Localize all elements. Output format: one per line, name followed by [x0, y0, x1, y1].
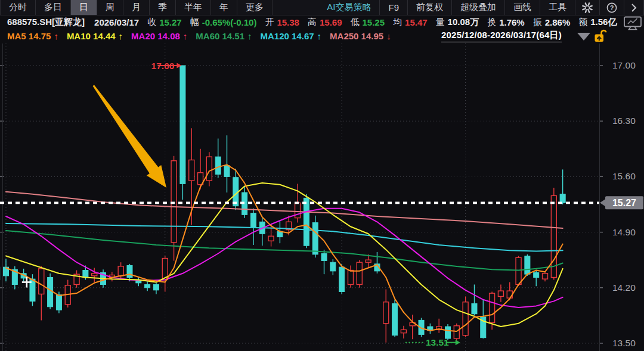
candle[interactable]: [145, 281, 150, 291]
candle[interactable]: [401, 326, 406, 338]
candlestick-chart[interactable]: 15.2717.0016.3015.6014.9014.2013.5017.00…: [0, 44, 644, 351]
candle[interactable]: [259, 218, 265, 246]
ma-label: MA250 14.95: [330, 31, 383, 41]
candle[interactable]: [180, 66, 185, 200]
svg-text:14.20: 14.20: [612, 282, 636, 293]
candle[interactable]: [12, 266, 17, 290]
gridlines: [0, 44, 603, 351]
ma-readouts: MA5 14.75↑MA10 14.44↑MA20 14.08↑MA60 14.…: [7, 29, 400, 44]
tool-F9[interactable]: F9: [380, 0, 408, 15]
candle[interactable]: [92, 268, 97, 282]
tab-period-日[interactable]: 日: [71, 0, 97, 15]
candle[interactable]: [463, 296, 468, 337]
candle[interactable]: [366, 254, 371, 268]
date-range-wrap: 2025/12/08-2026/03/17(64日): [441, 29, 562, 44]
quote-field-label: 开: [265, 17, 274, 28]
quote-field-value: 1.76%: [499, 17, 525, 27]
candle[interactable]: [127, 264, 132, 281]
candle[interactable]: [339, 264, 345, 294]
arrow-down-icon: ↓: [386, 31, 391, 41]
quote-field-label: 振: [533, 17, 542, 28]
high-price-annotation: 17.00: [151, 61, 182, 71]
candle[interactable]: [153, 283, 159, 294]
candle[interactable]: [454, 324, 459, 342]
date-range[interactable]: 2025/12/08-2026/03/17(64日): [441, 30, 562, 42]
quote-field-value: -0.65%(-0.10): [202, 17, 257, 27]
candle[interactable]: [534, 271, 539, 286]
quote-field-高: 高15.69: [308, 17, 342, 28]
candle[interactable]: [250, 209, 256, 245]
quote-field-label: 换: [487, 17, 496, 28]
tool-AI交易策略[interactable]: AI交易策略: [318, 0, 380, 15]
ma-line-ma250: [6, 192, 563, 228]
svg-text:17.00: 17.00: [612, 60, 636, 70]
tab-period-周[interactable]: 周: [97, 0, 123, 15]
candle[interactable]: [560, 169, 565, 204]
ma-line-ma60: [6, 231, 563, 271]
candle[interactable]: [206, 152, 212, 186]
candle[interactable]: [436, 319, 442, 333]
tab-period-半年[interactable]: 半年: [176, 0, 211, 15]
tab-period-月[interactable]: 月: [123, 0, 150, 15]
candle[interactable]: [410, 315, 415, 339]
candle[interactable]: [224, 135, 230, 192]
candle[interactable]: [171, 156, 177, 261]
candle[interactable]: [543, 272, 548, 281]
candle[interactable]: [321, 250, 327, 274]
quote-field-开: 开15.38: [265, 17, 299, 28]
ma-readout-MA20: MA20 14.08↑: [131, 31, 187, 41]
candle[interactable]: [348, 266, 353, 288]
tool-前复权[interactable]: 前复权: [408, 0, 452, 15]
candlesticks[interactable]: [0, 66, 565, 343]
quote-field-量: 量10.08万: [436, 17, 479, 28]
candle[interactable]: [392, 300, 398, 337]
candle[interactable]: [374, 252, 380, 274]
svg-text:15.60: 15.60: [612, 171, 636, 181]
quote-field-幅: 幅-0.65%(-0.10): [190, 17, 257, 28]
quote-field-value: 2.86%: [545, 17, 571, 27]
drawn-arrow-annotation[interactable]: [93, 85, 167, 188]
ma-label: MA120 14.67: [261, 31, 314, 41]
tab-period-多日[interactable]: 多日: [36, 0, 71, 15]
tool-画线[interactable]: 画线: [505, 0, 540, 15]
svg-text:17.00: 17.00: [151, 61, 175, 71]
candle[interactable]: [498, 284, 503, 302]
gear-icon[interactable]: [575, 0, 600, 15]
candle[interactable]: [428, 324, 433, 334]
price-badge: 15.27: [600, 196, 643, 209]
quote-field-value: 15.47: [405, 17, 428, 27]
chevron-down-icon[interactable]: [577, 33, 590, 41]
ma-readout-MA10: MA10 14.44↑: [67, 31, 123, 41]
candle[interactable]: [525, 254, 530, 276]
candle[interactable]: [383, 289, 389, 342]
help-icon[interactable]: ?: [600, 0, 624, 15]
ma-label: MA10 14.44: [67, 31, 116, 41]
tab-period-更多[interactable]: 更多: [237, 0, 273, 15]
svg-text:14.90: 14.90: [612, 227, 636, 237]
quote-field-收: 收15.27: [147, 17, 182, 28]
quote-field-label: 幅: [190, 17, 199, 28]
candle[interactable]: [472, 284, 477, 315]
tab-period-年[interactable]: 年: [211, 0, 237, 15]
candle[interactable]: [4, 259, 9, 281]
unlock-icon[interactable]: [593, 29, 608, 45]
tab-period-分时[interactable]: 分时: [0, 0, 36, 15]
ma-readout-MA5: MA5 14.75↑: [7, 31, 58, 41]
candle[interactable]: [330, 259, 336, 275]
candle[interactable]: [74, 271, 79, 288]
candle[interactable]: [39, 266, 44, 321]
tool-超级叠加[interactable]: 超级叠加: [452, 0, 505, 15]
chevron-right-icon[interactable]: [624, 0, 644, 15]
candle[interactable]: [215, 138, 221, 178]
tool-工具[interactable]: 工具: [540, 0, 575, 15]
quote-field-value: 15.69: [320, 17, 342, 27]
candle[interactable]: [357, 260, 362, 288]
ma-label: MA5 14.75: [7, 31, 51, 41]
svg-text:13.50: 13.50: [612, 338, 636, 348]
low-price-annotation: 13.51: [405, 337, 460, 347]
arrow-up-icon: ↑: [183, 31, 188, 41]
period-toolbar: 分时多日日周月季半年年更多 AI交易策略F9前复权超级叠加画线工具?: [0, 0, 644, 15]
candle[interactable]: [162, 256, 168, 292]
tab-period-季[interactable]: 季: [150, 0, 176, 15]
quote-field-额: 额1.56亿: [578, 17, 617, 28]
